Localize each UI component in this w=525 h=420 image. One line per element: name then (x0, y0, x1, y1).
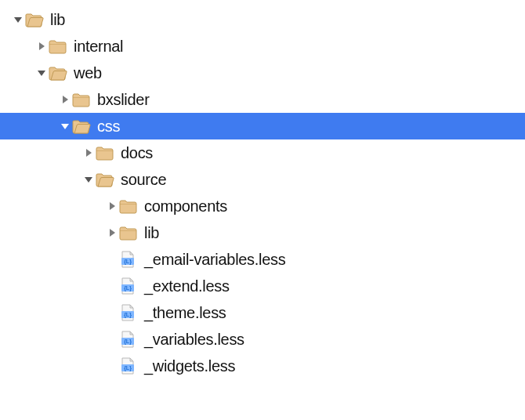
tree-folder-row[interactable]: css (0, 113, 525, 139)
folder-label: internal (74, 38, 123, 54)
folder-icon (119, 198, 139, 214)
svg-marker-12 (110, 229, 115, 237)
folder-label: components (144, 198, 227, 214)
svg-marker-7 (86, 149, 92, 157)
folder-icon (119, 225, 139, 241)
tree-folder-row[interactable]: source (0, 166, 525, 193)
chevron-down-icon[interactable] (11, 15, 25, 24)
tree-file-row[interactable]: {L}_extend.less (0, 273, 525, 299)
file-label: _email-variables.less (144, 252, 285, 267)
folder-icon (72, 92, 92, 107)
less-file-icon: {L} (119, 251, 139, 268)
chevron-right-icon[interactable] (81, 148, 96, 158)
tree-folder-row[interactable]: components (0, 193, 525, 219)
svg-text:{L}: {L} (124, 339, 132, 345)
svg-marker-0 (14, 17, 22, 23)
file-label: _variables.less (144, 331, 244, 347)
svg-text:{L}: {L} (124, 312, 132, 318)
folder-label: bxslider (97, 92, 150, 107)
chevron-down-icon[interactable] (81, 175, 96, 184)
svg-text:{L}: {L} (124, 285, 132, 291)
tree-file-row[interactable]: {L}_variables.less (0, 326, 525, 353)
folder-label: docs (121, 145, 153, 161)
svg-marker-6 (61, 124, 69, 129)
file-label: _extend.less (144, 278, 230, 294)
file-label: _widgets.less (144, 358, 235, 374)
svg-marker-1 (39, 42, 45, 50)
folder-icon (49, 38, 69, 54)
svg-rect-11 (120, 204, 136, 205)
chevron-right-icon[interactable] (105, 228, 119, 237)
file-label: _theme.less (144, 305, 226, 320)
chevron-down-icon[interactable] (34, 68, 49, 78)
svg-text:{L}: {L} (124, 365, 132, 371)
chevron-down-icon[interactable] (58, 121, 72, 131)
svg-marker-9 (85, 177, 92, 183)
chevron-right-icon[interactable] (58, 95, 72, 104)
svg-rect-13 (120, 230, 136, 231)
tree-folder-row[interactable]: lib (0, 219, 525, 246)
svg-rect-5 (73, 97, 89, 98)
tree-file-row[interactable]: {L}_theme.less (0, 299, 525, 326)
less-file-icon: {L} (119, 331, 139, 348)
folder-open-icon (25, 12, 45, 27)
less-file-icon: {L} (119, 277, 139, 295)
file-tree: libinternalwebbxslidercssdocssourcecompo… (0, 0, 525, 379)
svg-text:{L}: {L} (124, 259, 132, 265)
svg-marker-3 (38, 71, 45, 76)
folder-open-icon (96, 172, 116, 187)
svg-marker-10 (110, 202, 115, 210)
less-file-icon: {L} (119, 357, 139, 375)
tree-folder-row[interactable]: internal (0, 33, 525, 60)
tree-folder-row[interactable]: web (0, 60, 525, 86)
folder-open-icon (49, 65, 69, 81)
chevron-right-icon[interactable] (34, 42, 49, 51)
tree-folder-row[interactable]: docs (0, 139, 525, 166)
folder-icon (96, 145, 116, 161)
tree-folder-row[interactable]: lib (0, 6, 525, 33)
folder-label: source (121, 172, 166, 187)
tree-file-row[interactable]: {L}_email-variables.less (0, 246, 525, 273)
svg-rect-2 (49, 44, 66, 45)
chevron-right-icon[interactable] (105, 201, 119, 211)
folder-open-icon (72, 118, 92, 134)
folder-label: lib (144, 225, 159, 241)
folder-label: lib (50, 12, 65, 27)
tree-folder-row[interactable]: bxslider (0, 86, 525, 113)
svg-rect-8 (96, 150, 113, 151)
folder-label: web (74, 65, 102, 81)
less-file-icon: {L} (119, 304, 139, 321)
tree-file-row[interactable]: {L}_widgets.less (0, 353, 525, 379)
folder-label: css (97, 118, 120, 134)
svg-marker-4 (63, 96, 68, 103)
